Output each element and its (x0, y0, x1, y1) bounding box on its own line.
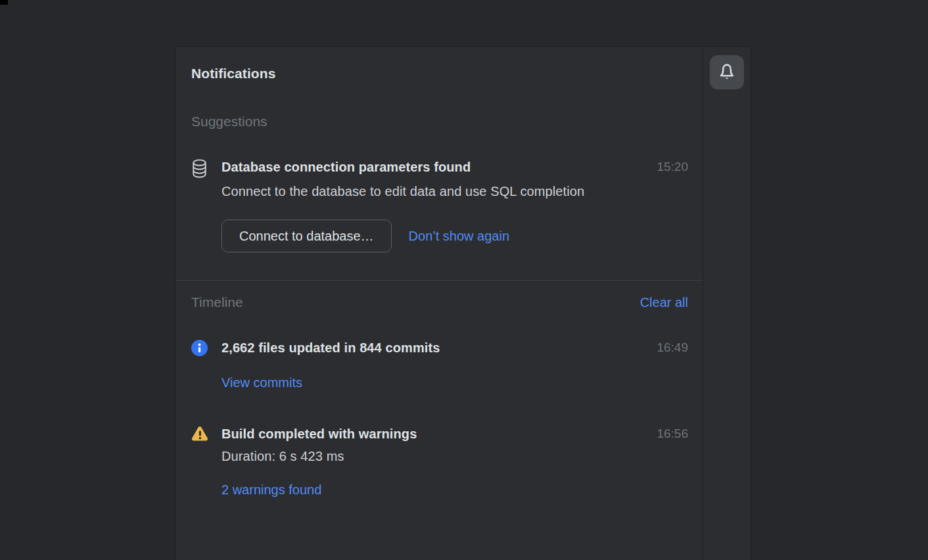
info-icon (191, 338, 208, 357)
timeline-header-row: Timeline Clear all (191, 293, 688, 312)
notification-timestamp: 15:20 (657, 158, 688, 176)
bell-icon (716, 60, 738, 85)
notifications-toggle-button[interactable] (710, 55, 744, 89)
notification-content: Database connection parameters found 15:… (221, 158, 688, 252)
notification-suggestion-database: Database connection parameters found 15:… (191, 158, 688, 252)
suggestions-section-header: Suggestions (191, 112, 688, 131)
notifications-panel: Notifications Suggestions Database conne… (175, 47, 703, 560)
notification-timestamp: 16:56 (657, 425, 688, 443)
timeline-section-header: Timeline (191, 293, 640, 312)
database-icon (191, 158, 208, 252)
section-divider (175, 280, 703, 281)
screen-corner-artifact (0, 0, 8, 5)
notification-title: 2,662 files updated in 844 commits (221, 338, 646, 357)
notification-timestamp: 16:49 (657, 338, 688, 357)
notification-build-warnings: Build completed with warnings 16:56 Dura… (191, 425, 688, 467)
notification-body: Connect to the database to edit data and… (221, 181, 637, 202)
notification-content: 2,662 files updated in 844 commits 16:49 (221, 338, 688, 357)
notification-title: Database connection parameters found (221, 158, 646, 176)
view-commits-link[interactable]: View commits (221, 373, 302, 392)
notification-content: Build completed with warnings 16:56 Dura… (221, 425, 688, 467)
notifications-popup: Notifications Suggestions Database conne… (175, 46, 751, 560)
dont-show-again-link[interactable]: Don’t show again (409, 227, 509, 245)
connect-to-database-button[interactable]: Connect to database… (221, 220, 392, 252)
warning-icon (191, 425, 208, 467)
page-title: Notifications (191, 64, 688, 83)
notification-title: Build completed with warnings (221, 425, 646, 443)
clear-all-link[interactable]: Clear all (640, 293, 688, 312)
right-toolbar-strip (703, 47, 751, 560)
warnings-found-link[interactable]: 2 warnings found (221, 480, 321, 499)
notification-files-updated: 2,662 files updated in 844 commits 16:49 (191, 338, 688, 357)
notification-body: Duration: 6 s 423 ms (221, 446, 637, 467)
